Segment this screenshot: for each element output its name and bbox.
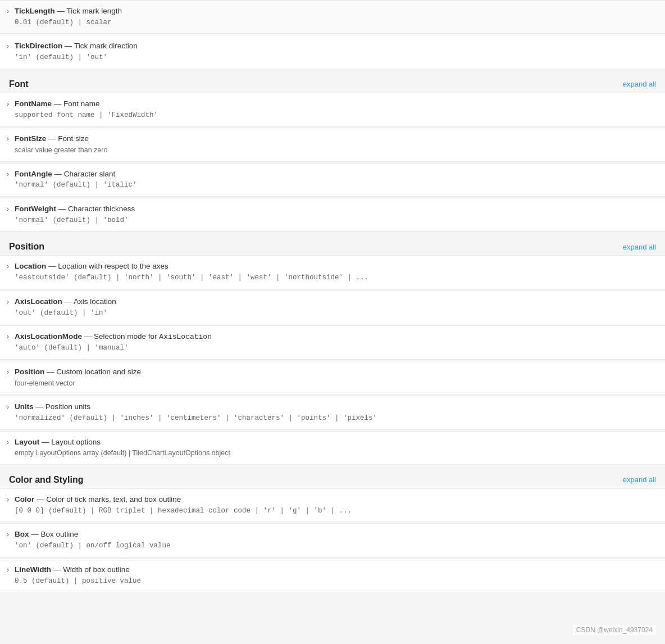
item-axis-location-mode[interactable]: › AxisLocationMode — Selection mode for …	[0, 325, 665, 360]
color-section-header: Color and Styling expand all	[0, 469, 665, 488]
item-subtitle: 'out' (default) | 'in'	[15, 309, 656, 319]
item-title-strong: Units	[15, 402, 34, 411]
item-content: Location — Location with respect to the …	[15, 261, 656, 283]
item-content: TickDirection — Tick mark direction 'in'…	[15, 41, 656, 62]
item-title-strong: TickDirection	[15, 42, 62, 50]
item-title: TickLength — Tick mark length	[15, 6, 656, 17]
item-title: FontSize — Font size	[15, 134, 656, 144]
item-title: FontAngle — Character slant	[15, 169, 656, 180]
item-content: AxisLocation — Axis location 'out' (defa…	[15, 297, 656, 318]
item-font-size[interactable]: › FontSize — Font size scalar value grea…	[0, 128, 665, 161]
chevron-icon: ›	[7, 205, 9, 213]
item-title-strong: Box	[15, 530, 29, 538]
chevron-icon: ›	[7, 496, 9, 504]
item-title-rest: — Axis location	[62, 297, 116, 306]
item-title-strong: AxisLocationMode	[15, 332, 82, 341]
chevron-icon: ›	[7, 262, 9, 270]
section-position: Position expand all › Location — Locatio…	[0, 236, 665, 465]
item-title-rest: — Custom location and size	[44, 368, 141, 376]
item-layout[interactable]: › Layout — Layout options empty LayoutOp…	[0, 431, 665, 465]
item-subtitle: 'normal' (default) | 'bold'	[15, 216, 656, 226]
chevron-icon: ›	[7, 135, 9, 143]
item-tick-direction[interactable]: › TickDirection — Tick mark direction 'i…	[0, 35, 665, 69]
position-expand-all[interactable]: expand all	[623, 243, 656, 251]
item-title-rest: — Tick mark length	[55, 7, 122, 15]
chevron-icon: ›	[7, 530, 9, 538]
item-box[interactable]: › Box — Box outline 'on' (default) | on/…	[0, 523, 665, 557]
color-section-title: Color and Styling	[9, 475, 83, 485]
item-title: LineWidth — Width of box outline	[15, 565, 656, 575]
item-subtitle: scalar value greater than zero	[15, 146, 656, 156]
item-title-strong: FontSize	[15, 134, 46, 143]
item-title: AxisLocationMode — Selection mode for Ax…	[15, 332, 656, 342]
item-title: Color — Color of tick marks, text, and b…	[15, 495, 656, 505]
item-title: Layout — Layout options	[15, 437, 656, 448]
font-expand-all[interactable]: expand all	[623, 80, 656, 88]
item-tick-length[interactable]: › TickLength — Tick mark length 0.01 (de…	[0, 0, 665, 34]
item-title-rest: — Character thickness	[56, 205, 135, 213]
item-content: AxisLocationMode — Selection mode for Ax…	[15, 332, 656, 353]
item-axis-location[interactable]: › AxisLocation — Axis location 'out' (de…	[0, 291, 665, 324]
item-title: Box — Box outline	[15, 529, 656, 540]
item-title-rest: — Position units	[34, 402, 90, 411]
item-location[interactable]: › Location — Location with respect to th…	[0, 255, 665, 289]
item-subtitle: 0.01 (default) | scalar	[15, 18, 656, 28]
item-title: AxisLocation — Axis location	[15, 297, 656, 307]
item-title: FontName — Font name	[15, 99, 656, 110]
section-font: Font expand all › FontName — Font name s…	[0, 74, 665, 232]
item-font-name[interactable]: › FontName — Font name supported font na…	[0, 93, 665, 126]
item-title-strong: TickLength	[15, 7, 55, 15]
item-position-custom[interactable]: › Position — Custom location and size fo…	[0, 361, 665, 394]
item-subtitle: 'on' (default) | on/off logical value	[15, 541, 656, 551]
section-tick-top: › TickLength — Tick mark length 0.01 (de…	[0, 0, 665, 69]
item-title-strong: LineWidth	[15, 565, 51, 574]
item-title-strong: FontAngle	[15, 170, 52, 178]
item-subtitle: 'normalized' (default) | 'inches' | 'cen…	[15, 414, 656, 424]
item-subtitle: four-element vector	[15, 379, 656, 389]
item-title: Position — Custom location and size	[15, 367, 656, 378]
item-subtitle: supported font name | 'FixedWidth'	[15, 111, 656, 121]
item-subtitle: 'normal' (default) | 'italic'	[15, 180, 656, 191]
chevron-icon: ›	[7, 7, 9, 15]
item-units[interactable]: › Units — Position units 'normalized' (d…	[0, 396, 665, 429]
item-title-rest: — Font name	[52, 99, 100, 108]
chevron-icon: ›	[7, 42, 9, 50]
item-content: FontAngle — Character slant 'normal' (de…	[15, 169, 656, 191]
item-title: Units — Position units	[15, 402, 656, 412]
item-title-strong: FontName	[15, 99, 52, 108]
chevron-icon: ›	[7, 403, 9, 411]
item-title: FontWeight — Character thickness	[15, 204, 656, 215]
chevron-icon: ›	[7, 566, 9, 574]
item-title-strong: FontWeight	[15, 205, 56, 213]
item-title-rest: — Width of box outline	[51, 565, 130, 574]
font-section-header: Font expand all	[0, 74, 665, 93]
item-title-strong: Position	[15, 368, 44, 376]
item-line-width[interactable]: › LineWidth — Width of box outline 0.5 (…	[0, 559, 665, 592]
item-title-strong: Color	[15, 495, 34, 504]
item-title-rest: — Color of tick marks, text, and box out…	[34, 495, 181, 504]
chevron-icon: ›	[7, 368, 9, 376]
position-section-title: Position	[9, 242, 44, 252]
item-title-strong: AxisLocation	[15, 297, 62, 306]
item-content: Box — Box outline 'on' (default) | on/of…	[15, 529, 656, 551]
chevron-icon: ›	[7, 298, 9, 306]
item-content: Position — Custom location and size four…	[15, 367, 656, 388]
item-color[interactable]: › Color — Color of tick marks, text, and…	[0, 488, 665, 522]
item-font-angle[interactable]: › FontAngle — Character slant 'normal' (…	[0, 163, 665, 197]
item-subtitle: empty LayoutOptions array (default) | Ti…	[15, 448, 656, 459]
item-content: FontSize — Font size scalar value greate…	[15, 134, 656, 155]
item-title-rest: — Character slant	[52, 170, 116, 178]
item-content: Units — Position units 'normalized' (def…	[15, 402, 656, 423]
font-section-title: Font	[9, 79, 29, 89]
item-content: LineWidth — Width of box outline 0.5 (de…	[15, 565, 656, 586]
item-font-weight[interactable]: › FontWeight — Character thickness 'norm…	[0, 198, 665, 232]
section-color-styling: Color and Styling expand all › Color — C…	[0, 469, 665, 592]
color-expand-all[interactable]: expand all	[623, 475, 656, 484]
item-subtitle: 0.5 (default) | positive value	[15, 577, 656, 587]
item-title-rest: — Font size	[46, 134, 89, 143]
item-title-strong: Location	[15, 262, 46, 270]
chevron-icon: ›	[7, 438, 9, 446]
item-content: FontName — Font name supported font name…	[15, 99, 656, 120]
item-title-rest: — Layout options	[39, 438, 101, 446]
item-content: Layout — Layout options empty LayoutOpti…	[15, 437, 656, 459]
